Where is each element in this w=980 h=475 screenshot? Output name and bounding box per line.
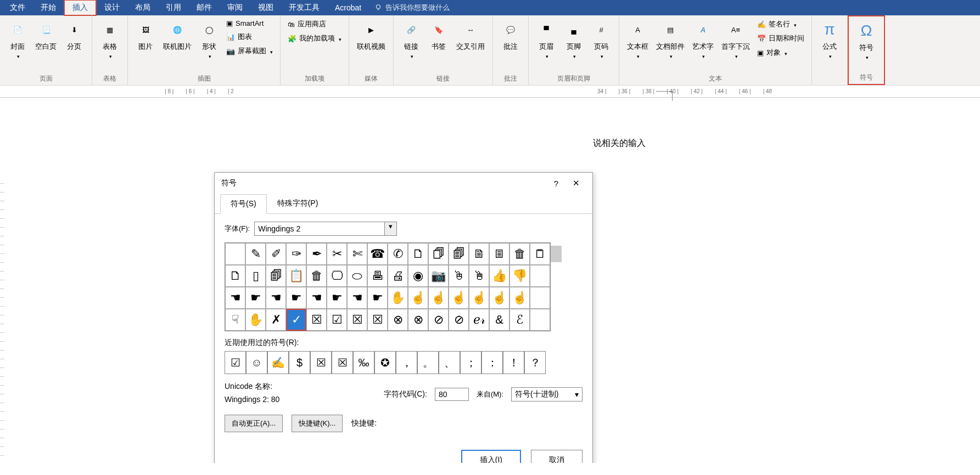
page-number-button[interactable]: #页码 (588, 18, 614, 62)
footer-button[interactable]: ▄页脚 (561, 18, 587, 62)
insert-button[interactable]: 插入(I) (461, 450, 521, 463)
recent-symbol-cell[interactable]: 。 (417, 351, 439, 374)
online-video-button[interactable]: ▶联机视频 (354, 18, 389, 54)
help-button[interactable]: ? (546, 179, 566, 188)
symbol-cell[interactable]: ✂ (327, 243, 347, 265)
symbol-cell[interactable]: 🗑 (509, 243, 530, 265)
symbol-cell[interactable]: 🖨 (388, 265, 408, 287)
symbol-cell[interactable]: ⊗ (388, 309, 408, 331)
tab-symbols[interactable]: 符号(S) (220, 194, 267, 214)
equation-button[interactable]: π公式 (816, 18, 843, 62)
dialog-titlebar[interactable]: 符号 ? ✕ (215, 173, 592, 194)
recent-symbol-cell[interactable]: ☺ (246, 351, 267, 374)
symbol-cell[interactable] (530, 287, 550, 309)
screenshot-button[interactable]: 📷屏幕截图 (223, 44, 276, 58)
menu-review[interactable]: 审阅 (220, 1, 250, 15)
tell-me-search[interactable]: 告诉我你想要做什么 (374, 3, 450, 13)
symbol-cell[interactable]: ℰ (509, 309, 530, 331)
bookmark-button[interactable]: 🔖书签 (425, 18, 452, 54)
comment-button[interactable]: 💬批注 (497, 18, 524, 54)
symbol-cell[interactable]: ✗ (266, 309, 286, 331)
menu-acrobat[interactable]: Acrobat (327, 1, 369, 14)
symbol-cell[interactable]: ✐ (266, 243, 286, 265)
menu-devtools[interactable]: 开发工具 (281, 1, 327, 15)
symbol-cell[interactable]: ☛ (286, 287, 306, 309)
menu-references[interactable]: 引用 (158, 1, 189, 15)
quickparts-button[interactable]: ▤文档部件 (653, 18, 688, 62)
recent-symbol-cell[interactable]: ！ (503, 351, 524, 374)
textbox-button[interactable]: A文本框 (624, 18, 652, 62)
store-button[interactable]: 🛍应用商店 (285, 18, 344, 31)
symbol-cell[interactable]: ⊘ (428, 309, 449, 331)
chart-button[interactable]: 📊图表 (223, 30, 276, 43)
ruler[interactable]: | 8 || 6 || 4 || 2 34 || 36 || 38 || 40 … (0, 86, 980, 98)
symbol-cell[interactable]: ✋ (388, 287, 408, 309)
symbol-cell[interactable]: ☝ (489, 287, 509, 309)
cross-reference-button[interactable]: ↔交叉引用 (453, 18, 488, 54)
symbol-cell[interactable] (530, 265, 550, 287)
symbol-cell[interactable]: ☝ (469, 287, 489, 309)
signature-button[interactable]: ✍签名行 (754, 18, 807, 31)
symbol-cell[interactable]: ☝ (509, 287, 530, 309)
autocorrect-button[interactable]: 自动更正(A)... (225, 415, 283, 432)
symbol-cell[interactable]: ☒ (306, 309, 327, 331)
symbol-cell[interactable]: & (489, 309, 509, 331)
symbol-cell[interactable]: ✓ (286, 309, 306, 331)
smartart-button[interactable]: ▣SmartArt (223, 18, 276, 29)
recent-symbol-cell[interactable]: 、 (439, 351, 460, 374)
symbol-cell[interactable]: 🗐 (449, 243, 469, 265)
symbol-cell[interactable] (225, 243, 245, 265)
cover-page-button[interactable]: 📄封面 (4, 18, 31, 62)
font-select-dropdown[interactable]: ▾ (385, 222, 397, 236)
symbol-cell[interactable]: ☟ (225, 309, 245, 331)
symbol-cell[interactable]: 🖵 (327, 265, 347, 287)
symbol-cell[interactable]: 📋 (286, 265, 306, 287)
symbol-cell[interactable]: ☑ (327, 309, 347, 331)
symbol-cell[interactable]: ☛ (245, 287, 266, 309)
symbol-cell[interactable]: 📷 (428, 265, 449, 287)
menu-home[interactable]: 开始 (33, 1, 64, 15)
recent-symbol-cell[interactable]: ？ (524, 351, 546, 374)
recent-symbol-cell[interactable]: ☒ (310, 351, 332, 374)
symbol-cell[interactable]: ☚ (225, 287, 245, 309)
symbol-cell[interactable]: 🗑 (306, 265, 327, 287)
symbol-cell[interactable]: ☝ (408, 287, 428, 309)
symbol-button[interactable]: Ω符号 (853, 19, 880, 63)
symbol-cell[interactable]: ☒ (347, 309, 367, 331)
symbol-cell[interactable]: ✎ (245, 243, 266, 265)
font-select-input[interactable] (254, 222, 385, 236)
cancel-button[interactable]: 取消 (531, 450, 583, 463)
recent-symbol-cell[interactable]: ☑ (225, 351, 246, 374)
symbol-cell[interactable]: ☚ (347, 287, 367, 309)
from-select[interactable]: 符号(十进制)▾ (511, 387, 583, 402)
symbol-cell[interactable]: ☎ (367, 243, 388, 265)
shortcut-key-button[interactable]: 快捷键(K)... (292, 415, 343, 432)
symbol-grid-scrollbar[interactable] (551, 242, 562, 331)
recent-symbol-cell[interactable]: $ (289, 351, 310, 374)
symbol-cell[interactable]: ☝ (449, 287, 469, 309)
recent-symbol-cell[interactable]: ‰ (353, 351, 374, 374)
menu-design[interactable]: 设计 (97, 1, 127, 15)
symbol-cell[interactable]: 🗏 (489, 243, 509, 265)
symbol-cell[interactable] (530, 309, 550, 331)
recent-symbol-cell[interactable]: ： (481, 351, 503, 374)
symbol-cell[interactable]: 🗋 (225, 265, 245, 287)
symbol-cell[interactable]: ✆ (388, 243, 408, 265)
menu-insert[interactable]: 插入 (64, 0, 97, 16)
recent-symbol-cell[interactable]: ✍ (267, 351, 289, 374)
document-text[interactable]: 说相关的输入 (593, 138, 646, 149)
char-code-input[interactable] (435, 388, 469, 401)
symbol-cell[interactable]: ☛ (327, 287, 347, 309)
wordart-button[interactable]: A艺术字 (689, 18, 717, 62)
tab-special-chars[interactable]: 特殊字符(P) (267, 194, 329, 213)
my-addins-button[interactable]: 🧩我的加载项 (285, 32, 344, 45)
symbol-cell[interactable]: ☚ (266, 287, 286, 309)
symbol-cell[interactable]: 🗐 (266, 265, 286, 287)
object-button[interactable]: ▣对象 (754, 46, 807, 59)
online-pictures-button[interactable]: 🌐联机图片 (160, 18, 195, 54)
symbol-cell[interactable]: ▯ (245, 265, 266, 287)
symbol-cell[interactable]: ✑ (286, 243, 306, 265)
symbol-cell[interactable]: 🖱 (469, 265, 489, 287)
recent-symbol-cell[interactable]: ☒ (332, 351, 353, 374)
symbol-cell[interactable]: ◉ (408, 265, 428, 287)
